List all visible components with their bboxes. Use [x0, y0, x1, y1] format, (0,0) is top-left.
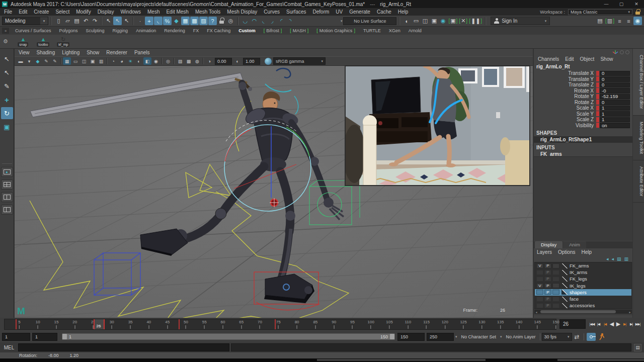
- motion-blur-icon[interactable]: ◉: [152, 57, 160, 65]
- Translate Z[interactable]: Translate Z 0: [534, 82, 632, 88]
- shelf-tab[interactable]: Motion Graphics: [312, 27, 359, 34]
- layer-editor-tab[interactable]: Display: [535, 241, 562, 248]
- manipulator-icon[interactable]: [620, 50, 624, 54]
- layer-playback-toggle[interactable]: P: [544, 297, 551, 302]
- layout-two-pane-button[interactable]: [1, 192, 13, 202]
- lighting-toggle-icon[interactable]: ☀: [126, 57, 134, 65]
- range-start-handle[interactable]: [62, 334, 67, 339]
- color-management-icon[interactable]: [265, 58, 272, 65]
- layer-playback-toggle[interactable]: P: [544, 303, 551, 308]
- FK_arms[interactable]: V P FK_arms: [535, 262, 631, 269]
- close-button[interactable]: ✕: [629, 0, 644, 8]
- layer-mode-toggle[interactable]: [552, 297, 559, 302]
- layer-color-swatch[interactable]: [561, 290, 568, 295]
- shelf-tab[interactable]: Rendering: [160, 27, 189, 34]
- layer-editor-menu-item[interactable]: Options: [558, 249, 575, 255]
- chevron-down-icon[interactable]: [500, 335, 502, 339]
- shapers[interactable]: P shapers: [535, 289, 631, 296]
- workspace-lock-icon[interactable]: [635, 9, 640, 15]
- snap-to-view-plane-icon[interactable]: ▩: [190, 17, 199, 25]
- menu-item[interactable]: Curves: [264, 9, 280, 15]
- layer-name[interactable]: FK_arms: [569, 263, 589, 268]
- gear-icon[interactable]: [3, 38, 8, 45]
- layer-visibility-toggle[interactable]: V: [536, 283, 543, 288]
- snap-to-projected-center-icon[interactable]: ◆: [172, 17, 181, 25]
- ipr-render-icon[interactable]: ▭: [412, 17, 420, 25]
- shelf-tab[interactable]: XGen: [385, 27, 405, 34]
- menu-item[interactable]: Display: [98, 9, 114, 15]
- step-back-frame-button[interactable]: |◀: [595, 320, 602, 329]
- smooth-shade-icon[interactable]: ▩: [185, 57, 193, 65]
- shelf-tab[interactable]: Polygons: [55, 27, 82, 34]
- menu-item[interactable]: UV: [336, 9, 343, 15]
- image-plane-icon[interactable]: ◆: [34, 57, 42, 65]
- scroll-left-icon[interactable]: [534, 310, 538, 314]
- save-scene-icon[interactable]: ▤: [72, 17, 81, 25]
- menu-item[interactable]: Mesh Display: [227, 9, 257, 15]
- layer-playback-toggle[interactable]: P: [544, 263, 551, 268]
- shelf-tab[interactable]: Custom: [234, 27, 260, 34]
- layer-move-up-icon[interactable]: ◂: [606, 256, 609, 261]
- menu-item[interactable]: File: [4, 9, 12, 15]
- exposure-icon[interactable]: ◑: [205, 57, 213, 65]
- layer-mode-toggle[interactable]: [552, 270, 559, 275]
- shelf-tab[interactable]: Rigging: [109, 27, 132, 34]
- move-tool-icon[interactable]: +: [1, 94, 13, 106]
- layer-mode-toggle[interactable]: [552, 277, 559, 282]
- Scale Y[interactable]: Scale Y 1: [534, 111, 632, 117]
- range-slider-bar[interactable]: [67, 334, 390, 339]
- select-tool-icon[interactable]: ↖: [104, 17, 113, 25]
- screen-space-ao-icon[interactable]: ◧: [143, 57, 151, 65]
- sidebar-tab[interactable]: Modeling Toolkit: [633, 116, 644, 160]
- panel-menu-item[interactable]: Panels: [134, 50, 150, 55]
- channel-name[interactable]: Scale Z: [534, 117, 596, 122]
- current-frame-field[interactable]: 26: [559, 319, 586, 329]
- layer-playback-toggle[interactable]: P: [544, 290, 551, 295]
- shelf-tab[interactable]: FX: [189, 27, 203, 34]
- pivot-snap-icon[interactable]: ◝: [286, 17, 295, 25]
- channel-value-field[interactable]: -52.159: [600, 94, 630, 100]
- Visibility[interactable]: Visibility on: [534, 123, 632, 129]
- lasso-tool-icon[interactable]: ↖: [1, 66, 13, 78]
- shape-node-row[interactable]: rig_ArmLo_RtShape1: [534, 136, 632, 143]
- panel-menu-item[interactable]: Show: [87, 50, 99, 55]
- shelf-tab[interactable]: Bifrost: [260, 27, 286, 34]
- channel-name[interactable]: Translate X: [534, 70, 596, 76]
- layer-color-swatch[interactable]: [561, 277, 568, 282]
- menu-item[interactable]: Mesh: [147, 9, 159, 15]
- menu-item[interactable]: Deform: [313, 9, 330, 15]
- menu-item[interactable]: Help: [398, 9, 409, 15]
- surface-snap-icon[interactable]: ◠: [250, 17, 259, 25]
- layer-editor-menu-item[interactable]: Layers: [537, 249, 552, 255]
- layer-name[interactable]: face: [569, 296, 579, 302]
- character-set-select[interactable]: No Character Set: [459, 333, 499, 341]
- channel-box-menu-item[interactable]: Object: [580, 56, 595, 62]
- snap-to-curve-icon[interactable]: ◟: [154, 17, 163, 25]
- layer-visibility-toggle[interactable]: [536, 297, 543, 302]
- layer-playback-toggle[interactable]: P: [544, 283, 551, 288]
- layer-visibility-toggle[interactable]: V: [536, 263, 543, 268]
- layout-outliner-button[interactable]: [1, 205, 13, 215]
- workspace-select[interactable]: Maya Classic: [568, 9, 632, 15]
- launch-render-view-icon[interactable]: ▣: [448, 17, 458, 25]
- command-input[interactable]: [18, 343, 229, 351]
- menu-item[interactable]: Surfaces: [286, 9, 306, 15]
- menu-item[interactable]: Cache: [377, 9, 391, 15]
- shelf-tab[interactable]: FX Caching: [203, 27, 234, 34]
- Translate X[interactable]: Translate X 0: [534, 70, 632, 76]
- scale-tool-icon[interactable]: ▣: [1, 121, 13, 133]
- layer-mode-toggle[interactable]: [552, 263, 559, 268]
- open-scene-icon[interactable]: ▱: [63, 17, 72, 25]
- play-backwards-button[interactable]: ◀: [608, 320, 615, 329]
- shelf-item-toolbox[interactable]: ▲ toolbo: [34, 37, 52, 47]
- select-tool-icon[interactable]: ↖: [1, 53, 13, 65]
- shelf-menu-icon[interactable]: [2, 28, 9, 34]
- layer-color-swatch[interactable]: [561, 303, 568, 308]
- layer-editor-tab[interactable]: Anim: [563, 241, 586, 248]
- menu-set-select[interactable]: Modeling: [2, 17, 48, 25]
- scrollbar-thumb[interactable]: [540, 310, 616, 313]
- menu-item[interactable]: Generate: [349, 9, 370, 15]
- animation-end-field[interactable]: 250: [427, 333, 454, 341]
- IK_arms[interactable]: P IK_arms: [535, 269, 631, 276]
- viewport-renderer-icon[interactable]: ◉: [439, 17, 447, 25]
